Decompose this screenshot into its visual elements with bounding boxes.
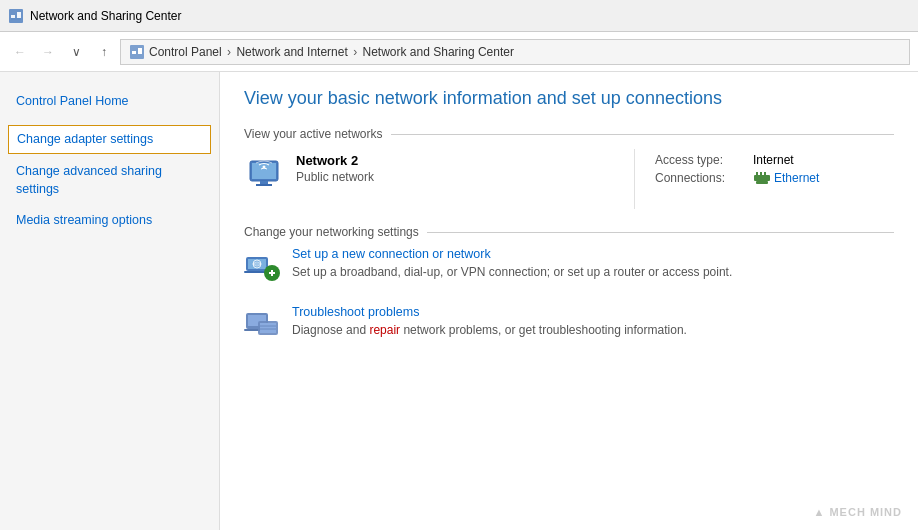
- recent-pages-button[interactable]: ∨: [64, 40, 88, 64]
- svg-rect-9: [256, 184, 272, 186]
- setup-connection-item: Set up a new connection or network Set u…: [244, 247, 894, 285]
- svg-rect-28: [260, 323, 276, 333]
- network-icon: [244, 155, 284, 195]
- address-icon: [129, 44, 145, 60]
- up-button[interactable]: ↑: [92, 40, 116, 64]
- breadcrumb: Control Panel › Network and Internet › N…: [149, 45, 514, 59]
- active-networks-header: View your active networks: [244, 127, 894, 141]
- connections-label: Connections:: [655, 171, 745, 185]
- svg-rect-21: [271, 270, 273, 276]
- connections-row: Connections: Ethernet: [655, 171, 894, 185]
- address-bar[interactable]: Control Panel › Network and Internet › N…: [120, 39, 910, 65]
- setup-connection-icon: [244, 249, 280, 285]
- sidebar-link-advanced-sharing[interactable]: Change advanced sharing settings: [0, 158, 219, 204]
- svg-rect-5: [138, 48, 142, 54]
- nav-bar: ← → ∨ ↑ Control Panel › Network and Inte…: [0, 32, 918, 72]
- sidebar-link-change-adapter[interactable]: Change adapter settings: [8, 125, 211, 154]
- svg-rect-7: [252, 163, 276, 179]
- content-area: View your basic network information and …: [220, 72, 918, 530]
- svg-rect-13: [760, 172, 762, 176]
- setup-connection-desc: Set up a broadband, dial-up, or VPN conn…: [292, 265, 732, 279]
- title-bar-text: Network and Sharing Center: [30, 9, 181, 23]
- troubleshoot-icon-svg: [244, 307, 280, 343]
- title-bar: Network and Sharing Center: [0, 0, 918, 32]
- access-type-value: Internet: [753, 153, 794, 167]
- setup-connection-text: Set up a new connection or network Set u…: [292, 247, 732, 279]
- troubleshoot-text: Troubleshoot problems Diagnose and repai…: [292, 305, 687, 337]
- svg-rect-2: [17, 12, 21, 18]
- svg-rect-14: [764, 172, 766, 176]
- troubleshoot-desc: Diagnose and repair network problems, or…: [292, 323, 687, 337]
- svg-rect-15: [756, 181, 768, 184]
- connections-value[interactable]: Ethernet: [774, 171, 819, 185]
- page-title: View your basic network information and …: [244, 88, 894, 109]
- sidebar-link-control-panel-home[interactable]: Control Panel Home: [0, 88, 219, 115]
- sidebar-link-media-streaming[interactable]: Media streaming options: [0, 207, 219, 234]
- setup-connection-icon-svg: [244, 249, 280, 285]
- network-info: Network 2 Public network: [244, 149, 634, 209]
- troubleshoot-icon-container: [244, 307, 280, 343]
- network-name: Network 2: [296, 153, 374, 168]
- ethernet-icon: [753, 171, 771, 185]
- network-access: Access type: Internet Connections:: [634, 149, 894, 209]
- network-card: Network 2 Public network Access type: In…: [244, 149, 894, 209]
- access-type-row: Access type: Internet: [655, 153, 894, 167]
- svg-rect-12: [756, 172, 758, 176]
- networking-settings-header: Change your networking settings: [244, 225, 894, 239]
- troubleshoot-item: Troubleshoot problems Diagnose and repai…: [244, 305, 894, 343]
- access-type-label: Access type:: [655, 153, 745, 167]
- highlight-repair: repair: [369, 323, 400, 337]
- back-button[interactable]: ←: [8, 40, 32, 64]
- network-type: Public network: [296, 170, 374, 184]
- networking-settings: Change your networking settings: [244, 225, 894, 343]
- svg-rect-1: [11, 15, 15, 18]
- setup-connection-link[interactable]: Set up a new connection or network: [292, 247, 732, 261]
- svg-rect-8: [260, 181, 268, 184]
- forward-button[interactable]: →: [36, 40, 60, 64]
- troubleshoot-link[interactable]: Troubleshoot problems: [292, 305, 687, 319]
- main-container: Control Panel Home Change adapter settin…: [0, 72, 918, 530]
- window-icon: [8, 8, 24, 24]
- svg-rect-4: [132, 51, 136, 54]
- sidebar: Control Panel Home Change adapter settin…: [0, 72, 220, 530]
